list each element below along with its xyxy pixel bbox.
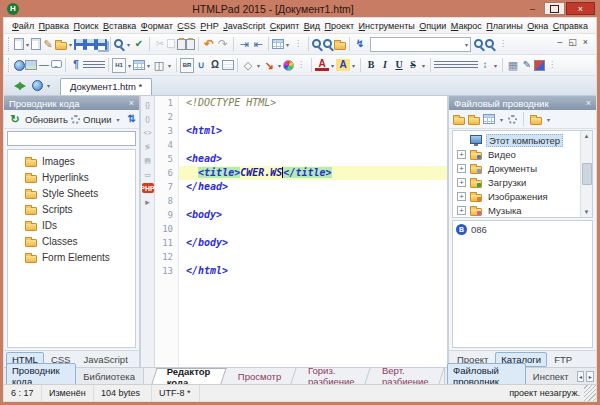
mdi-restore-button[interactable]: ◱ (568, 37, 577, 47)
menu-item[interactable]: JavaScript (221, 21, 267, 31)
menu-item[interactable]: Вид (302, 21, 322, 31)
heading-icon[interactable]: H1 (112, 58, 126, 73)
code-line[interactable]: 2 (155, 110, 447, 124)
goto-line-icon[interactable]: ↯ (353, 37, 367, 52)
options-button[interactable]: Опции (83, 114, 112, 125)
editor-tab-редактор-кода[interactable]: Редактор кода (151, 368, 226, 384)
menu-item[interactable]: Опции (417, 21, 448, 31)
undo-icon[interactable]: ↶ (202, 37, 216, 52)
dropdown-caret-icon[interactable]: ▾ (125, 37, 132, 52)
refresh-button[interactable]: Обновить (25, 114, 68, 125)
tab-javascript[interactable]: JavaScript (77, 352, 133, 367)
code-line[interactable]: 12 (155, 250, 447, 264)
dropdown-caret-icon[interactable]: ▾ (329, 58, 336, 73)
editor-tab-просмотр[interactable]: Просмотр (223, 368, 297, 384)
menu-item[interactable]: Проект (322, 21, 356, 31)
draw-arrow-icon[interactable]: ↘ (262, 58, 276, 73)
tree-item[interactable]: +Видео (453, 147, 592, 161)
editor-tab-верт-разбиение[interactable]: Верт. разбиение (368, 368, 445, 384)
edit-document-icon[interactable]: ✎ (41, 37, 55, 52)
snippet-braces-icon[interactable]: {} (142, 99, 154, 109)
expand-icon[interactable]: + (457, 164, 466, 173)
scrollbar-thumb[interactable] (582, 163, 592, 185)
font-color-icon[interactable]: A (315, 59, 329, 71)
menu-item[interactable]: Вставка (101, 21, 138, 31)
minimize-button[interactable]: – (522, 2, 543, 15)
code-filter-input[interactable] (7, 131, 136, 146)
align-left-icon[interactable] (434, 61, 445, 70)
code-line[interactable]: 8 (155, 194, 447, 208)
gear-icon[interactable] (71, 115, 80, 124)
dropdown-caret-icon[interactable]: ▾ (255, 58, 262, 73)
code-line[interactable]: 9<body> (155, 208, 447, 222)
code-line[interactable]: 4 (155, 138, 447, 152)
expand-icon[interactable]: + (457, 206, 466, 215)
resize-grip[interactable] (584, 385, 596, 401)
save-all-icon[interactable] (96, 39, 107, 50)
code-line[interactable]: 5<head> (155, 152, 447, 166)
expand-icon[interactable]: + (457, 150, 466, 159)
code-line[interactable]: 11</body> (155, 236, 447, 250)
tree-folder[interactable]: Form Elements (8, 249, 135, 265)
indent-icon[interactable]: ⇥ (237, 37, 251, 52)
dropdown-caret-icon[interactable]: ▾ (145, 58, 152, 73)
menu-item[interactable]: PHP (198, 21, 221, 31)
document-tab[interactable]: Документ1.htm * (60, 78, 152, 95)
align-right-icon[interactable] (456, 61, 467, 70)
menu-item[interactable]: Файл (10, 21, 36, 31)
italic-icon[interactable]: I (378, 58, 392, 73)
document-properties-icon[interactable] (31, 38, 41, 50)
save-as-icon[interactable] (85, 39, 96, 50)
menu-item[interactable]: Справка (551, 21, 590, 31)
insert-image-icon[interactable] (25, 60, 37, 70)
draw-shape-icon[interactable]: ◇ (241, 58, 255, 73)
numbered-list-icon[interactable] (94, 61, 105, 70)
dropdown-caret-icon[interactable]: ▾ (45, 78, 52, 93)
tree-folder[interactable]: Classes (8, 233, 135, 249)
snippet-block-icon[interactable]: ▤ (142, 155, 154, 165)
bullet-list-icon[interactable] (83, 61, 94, 70)
tree-item[interactable]: +Изображения (453, 189, 592, 203)
menu-item[interactable]: Поиск (71, 21, 100, 31)
tree-folder[interactable]: Hyperlinks (8, 169, 135, 185)
dropdown-caret-icon[interactable]: ▾ (420, 58, 427, 73)
new-document-icon[interactable] (14, 38, 24, 50)
scroll-left-icon[interactable]: ◂ (577, 371, 585, 382)
insert-table-icon[interactable] (133, 60, 145, 70)
tree-item[interactable]: +Музыка (453, 203, 592, 217)
open-folder-icon[interactable] (55, 42, 67, 50)
sort-icon[interactable]: ⇅ (125, 112, 139, 127)
nbsp-icon[interactable]: ∪ (194, 58, 208, 73)
menu-item[interactable]: Формат (139, 21, 175, 31)
cut-icon[interactable]: ✂ (153, 37, 167, 52)
scroll-up-icon[interactable]: ▲ (584, 133, 590, 139)
style-editor-icon[interactable]: ✎ (520, 58, 534, 73)
align-center-icon[interactable] (445, 61, 456, 70)
snippet-comment-icon[interactable]: ▭ (142, 169, 154, 179)
dock-tab-библиотека[interactable]: Библиотека (77, 369, 141, 384)
dropdown-caret-icon[interactable]: ▾ (24, 37, 31, 52)
save-icon[interactable] (74, 39, 85, 50)
menu-item[interactable]: CSS (175, 21, 198, 31)
mdi-minimize-button[interactable]: – (557, 37, 562, 47)
line-spacing-icon[interactable]: ↕ (478, 58, 492, 73)
dropdown-caret-icon[interactable]: ▾ (276, 58, 283, 73)
toolbar-overflow-icon[interactable]: ⋮ (496, 37, 510, 52)
tree-folder[interactable]: Style Sheets (8, 185, 135, 201)
special-character-icon[interactable]: Ω (208, 58, 222, 73)
menu-item[interactable]: Плагины (484, 21, 524, 31)
code-line[interactable]: 7</head> (155, 180, 447, 194)
strikethrough-icon[interactable]: S (406, 58, 420, 73)
menu-item[interactable]: Инструменты (357, 21, 417, 31)
search-icon[interactable] (114, 39, 123, 48)
snippet-compare-icon[interactable]: ≶ (142, 141, 154, 151)
align-justify-icon[interactable] (467, 61, 478, 70)
tree-item[interactable]: +Загрузки (453, 175, 592, 189)
tree-folder[interactable]: IDs (8, 217, 135, 233)
dock-tab-инспект[interactable]: Инспект (527, 369, 575, 384)
view-mode-icon[interactable] (483, 114, 495, 124)
play-icon[interactable]: ▸ (142, 197, 154, 207)
insert-link-icon[interactable] (14, 60, 25, 71)
table-icon[interactable] (272, 39, 284, 49)
toolbar-search-input[interactable] (371, 38, 463, 50)
